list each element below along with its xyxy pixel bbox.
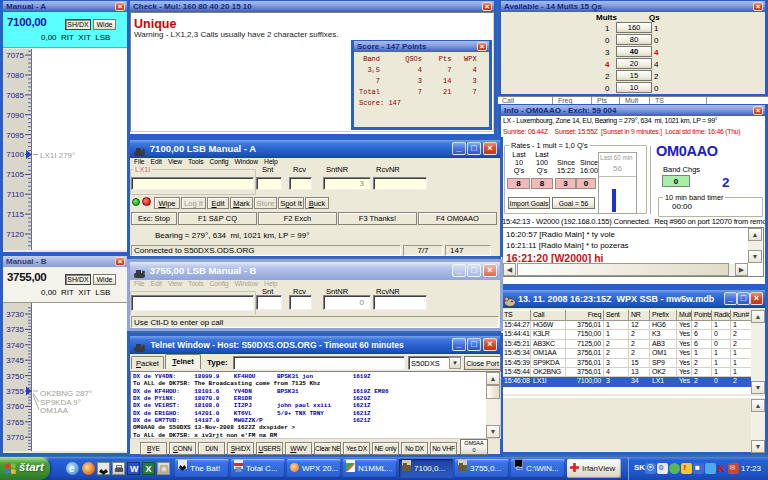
- svg-text:7110: 7110: [7, 190, 25, 199]
- svg-text:7100: 7100: [6, 150, 24, 159]
- svg-text:7080: 7080: [6, 71, 24, 80]
- svg-text:7085: 7085: [6, 91, 24, 100]
- svg-text:3750: 3750: [6, 372, 24, 381]
- svg-text:OK2BNG 287°: OK2BNG 287°: [40, 389, 92, 398]
- svg-text:7115: 7115: [7, 210, 25, 219]
- svg-text:3740: 3740: [6, 341, 24, 350]
- svg-text:7095: 7095: [6, 131, 24, 140]
- svg-text:OM1AA: OM1AA: [40, 406, 69, 415]
- svg-text:3765: 3765: [6, 418, 24, 427]
- svg-text:3755: 3755: [6, 387, 24, 396]
- svg-text:3730: 3730: [6, 310, 24, 319]
- svg-text:3770: 3770: [6, 433, 24, 442]
- svg-text:3760: 3760: [6, 402, 24, 411]
- svg-text:3735: 3735: [6, 325, 24, 334]
- svg-text:7120: 7120: [6, 230, 24, 239]
- svg-text:LX1I 279°: LX1I 279°: [40, 151, 75, 160]
- svg-text:7075: 7075: [6, 51, 24, 60]
- svg-text:3745: 3745: [6, 356, 24, 365]
- svg-text:7105: 7105: [6, 170, 24, 179]
- svg-text:7090: 7090: [6, 111, 24, 120]
